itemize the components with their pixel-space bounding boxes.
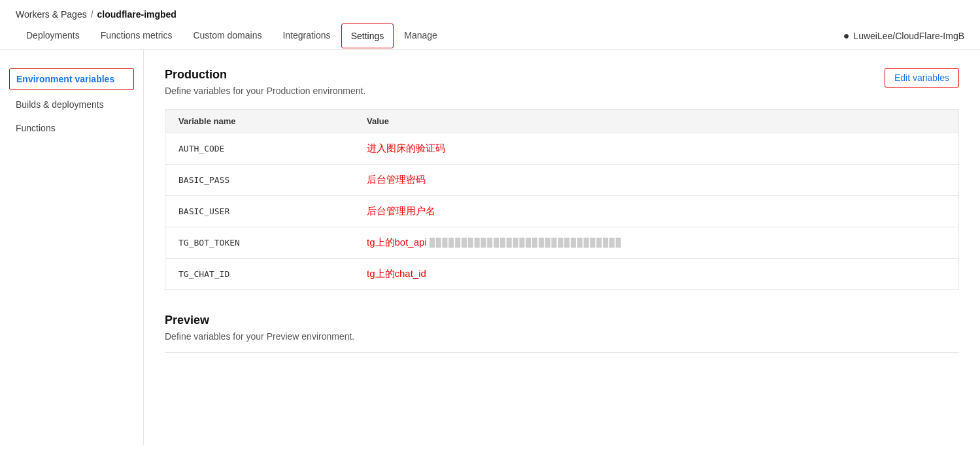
table-row: TG_BOT_TOKENtg上的bot_api ████████████████… (165, 227, 959, 259)
preview-desc: Define variables for your Preview enviro… (165, 331, 959, 342)
sidebar-item-builds-deployments[interactable]: Builds & deployments (0, 93, 143, 116)
col-value: Value (354, 110, 959, 133)
tab-functions-metrics[interactable]: Functions metrics (90, 22, 183, 50)
github-link[interactable]: ● LuweiLee/CloudFlare-ImgB (843, 30, 964, 42)
var-value-cell: 后台管理用户名 (354, 196, 959, 227)
tab-integrations[interactable]: Integrations (272, 22, 341, 50)
sidebar-item-functions[interactable]: Functions (0, 116, 143, 140)
var-name-cell: BASIC_PASS (165, 165, 354, 196)
preview-title: Preview (165, 314, 959, 327)
preview-divider (165, 352, 959, 353)
var-value-cell: tg上的bot_api ████████████████████████████… (354, 227, 959, 259)
edit-variables-button[interactable]: Edit variables (885, 68, 959, 88)
breadcrumb-current: cloudflare-imgbed (97, 9, 177, 20)
breadcrumb-separator: / (91, 9, 93, 20)
main-content: Production Define variables for your Pro… (144, 50, 980, 445)
table-row: BASIC_USER后台管理用户名 (165, 196, 959, 227)
nav-tabs: Deployments Functions metrics Custom dom… (0, 22, 980, 50)
sidebar: Environment variables Builds & deploymen… (0, 50, 144, 445)
production-desc: Define variables for your Production env… (165, 86, 365, 96)
preview-section: Preview Define variables for your Previe… (165, 314, 959, 353)
main-layout: Environment variables Builds & deploymen… (0, 50, 980, 445)
var-value-cell: tg上的chat_id (354, 259, 959, 290)
tab-deployments[interactable]: Deployments (16, 22, 90, 50)
tab-manage[interactable]: Manage (394, 22, 448, 50)
table-row: BASIC_PASS后台管理密码 (165, 165, 959, 196)
var-name-cell: TG_BOT_TOKEN (165, 227, 354, 259)
var-name-cell: AUTH_CODE (165, 133, 354, 165)
table-row: AUTH_CODE进入图床的验证码 (165, 133, 959, 165)
breadcrumb-parent[interactable]: Workers & Pages (16, 9, 87, 20)
github-icon: ● (843, 30, 850, 42)
github-label: LuweiLee/CloudFlare-ImgB (853, 31, 964, 41)
breadcrumb: Workers & Pages / cloudflare-imgbed (0, 0, 980, 20)
production-title: Production (165, 68, 365, 82)
var-value-cell: 进入图床的验证码 (354, 133, 959, 165)
tab-custom-domains[interactable]: Custom domains (182, 22, 272, 50)
tab-settings[interactable]: Settings (341, 24, 394, 48)
var-name-cell: TG_CHAT_ID (165, 259, 354, 290)
production-section-header: Production Define variables for your Pro… (165, 68, 959, 109)
variables-table: Variable name Value AUTH_CODE进入图床的验证码BAS… (165, 109, 959, 290)
sidebar-item-env-variables[interactable]: Environment variables (9, 68, 134, 90)
var-value-cell: 后台管理密码 (354, 165, 959, 196)
table-row: TG_CHAT_IDtg上的chat_id (165, 259, 959, 290)
var-name-cell: BASIC_USER (165, 196, 354, 227)
col-variable-name: Variable name (165, 110, 354, 133)
